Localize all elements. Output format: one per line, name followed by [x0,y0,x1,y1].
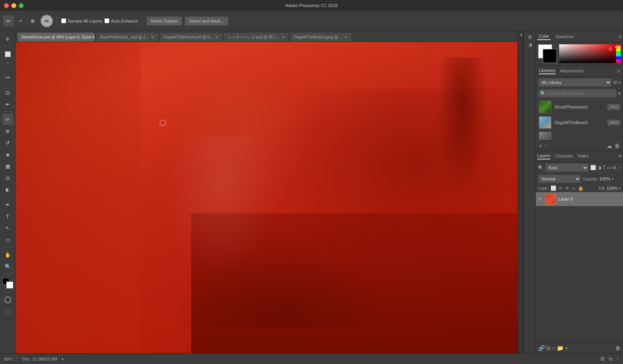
type-tool-btn[interactable]: T [2,211,13,222]
brush-tool-left-btn[interactable]: ✏ [2,114,13,125]
lock-pixels-btn[interactable]: ⬜ [551,186,556,191]
crop-btn[interactable]: ⊡ [2,87,13,98]
blur-btn[interactable]: ◎ [2,172,13,183]
gradient-btn[interactable]: ▦ [2,161,13,172]
library-item-dogs[interactable]: DogsAtTheBeach JPEG [536,115,623,130]
background-color[interactable] [6,282,13,289]
new-layer-btn[interactable]: + [565,345,568,351]
tab-swatches[interactable]: Swatches [554,33,575,40]
layer-effects-btn[interactable]: fx [546,345,551,351]
eraser-btn[interactable]: ◈ [2,149,13,160]
filter-smart-btn[interactable]: ⚙ [612,165,616,170]
quick-select-btn[interactable]: ⚯ [2,72,13,83]
link-layers-btn[interactable]: 🔗 [538,345,545,351]
hand-tool-btn[interactable]: ✋ [2,249,13,260]
shape-tool-btn[interactable]: ▭ [2,234,13,245]
brush-color-preview[interactable]: 45 [40,15,53,27]
marquee-rect-btn[interactable]: ⬜ [2,49,13,60]
library-cloud-btn[interactable]: ☁ [607,143,612,149]
tab-libraries[interactable]: Libraries [539,68,555,74]
layer-row-0[interactable]: 👁 Layer 0 [536,192,623,206]
dodge-btn[interactable]: ◐ [2,184,13,195]
pen-tool-btn[interactable]: ✒ [2,199,13,210]
brush-option1-btn[interactable]: ⚬ [15,16,26,26]
library-select[interactable]: My Library [538,78,612,87]
status-fx-btn[interactable]: fx [609,356,612,362]
color-spectrum[interactable] [559,44,621,63]
blend-mode-select[interactable]: Normal [538,175,581,183]
library-delete-btn[interactable]: 🗑 [614,143,620,149]
tab-channels[interactable]: Channels [555,154,573,159]
history-brush-btn[interactable]: ↺ [2,137,13,148]
delete-layer-btn[interactable]: 🗑 [615,345,621,351]
library-list-view-btn[interactable]: ≡ [618,80,621,85]
layer-visibility-btn-0[interactable]: 👁 [538,196,543,202]
library-search-input[interactable] [538,89,617,98]
tab-layers[interactable]: Layers [537,153,550,159]
layers-filter-toggle-btn[interactable]: ○ [618,165,621,170]
eyedropper-btn[interactable]: ✒ [2,99,13,110]
maximize-button[interactable] [19,3,24,8]
path-select-btn[interactable]: ↖ [2,222,13,233]
library-item-extra[interactable] [536,130,623,141]
new-group-btn[interactable]: 📁 [557,345,563,351]
tab-lesserpanda[interactable]: レッサーパンダ.psd @ 66.7... ✕ [224,32,289,42]
tab-dogsatbeach-jpeg[interactable]: DogsAtTheBeach.jpeg @ ... ✕ [290,32,352,42]
auto-enhance-checkbox[interactable]: Auto-Enhance [104,18,138,23]
library-item-shrub[interactable]: ShrubPhotoshoot JPEG [536,99,623,115]
quick-mask-btn[interactable] [2,294,13,305]
select-subject-button[interactable]: Select Subject [146,16,182,26]
lock-all-btn[interactable]: 🔒 [578,186,584,191]
brush-tool-btn[interactable]: ✏ [3,16,14,26]
layers-menu-btn[interactable]: ≡ [618,153,621,159]
lasso-btn[interactable]: ⌒ [2,60,13,71]
zoom-tool-btn[interactable]: 🔍 [2,261,13,272]
lock-paint-btn[interactable]: ✏ [559,186,563,191]
library-view-buttons: ⊞ ≡ [613,80,621,85]
status-arrange-btn[interactable]: ⊞ [600,356,605,362]
close-button[interactable] [4,3,9,8]
canvas[interactable] [16,42,517,353]
sample-all-layers-checkbox[interactable]: Sample All Layers [61,18,102,23]
spectrum-dark-overlay [559,44,616,63]
tab-adjustments[interactable]: Adjustments [560,68,584,74]
color-panel-menu-btn[interactable]: ≡ [619,34,621,39]
filter-adjust-btn[interactable]: ◑ [597,165,601,170]
filter-shape-btn[interactable]: ▭ [607,165,611,170]
move-tool-btn[interactable]: ✛ [2,33,13,44]
layers-kind-select[interactable]: Kind [545,163,589,172]
panel-collapse-btn[interactable]: ◀ [519,33,522,37]
libraries-menu-btn[interactable]: ≡ [617,68,620,74]
hue-slider[interactable] [616,44,621,63]
lock-artboard-btn[interactable]: ▭ [571,186,575,191]
tab-close-1[interactable]: ✕ [151,35,154,39]
color-preview-box[interactable] [538,44,557,63]
clone-stamp-btn[interactable]: ⊛ [2,126,13,136]
tab-close-3[interactable]: ✕ [282,35,285,39]
filter-pixel-btn[interactable]: ⬜ [590,165,596,170]
doc-info-arrow[interactable]: ▸ [62,357,64,361]
select-and-mask-button[interactable]: Select and Mask... [185,16,229,26]
library-add-btn[interactable]: + [539,143,542,149]
add-mask-btn[interactable]: ○ [552,345,555,351]
adjustments-mini-btn[interactable]: ◑ [528,42,532,47]
tab-color[interactable]: Color [537,33,551,40]
filter-type-btn[interactable]: T [602,165,605,170]
library-grid-view-btn[interactable]: ⊞ [613,80,617,85]
tab-paths[interactable]: Paths [578,154,589,159]
tab-close-4[interactable]: ✕ [345,35,348,39]
brush-option2-btn[interactable]: ⊕ [27,16,38,26]
screen-mode-btn[interactable]: ⬛ [2,306,13,317]
library-expand-btn[interactable]: ▾ [618,91,621,96]
background-swatch[interactable] [543,49,557,63]
properties-btn[interactable]: ⊞ [528,34,532,40]
minimize-button[interactable] [11,3,16,8]
tab-dogsatbeach[interactable]: DogsAtTheBeach.psd @ 5... ✕ [159,32,223,42]
status-share-btn[interactable]: ↑ [617,356,619,362]
color-boxes[interactable] [2,278,13,289]
tab-close-2[interactable]: ✕ [215,35,218,39]
tab-beachvolleyball[interactable]: BeachVolleyball_.psd @ 1... ✕ [96,32,158,42]
lock-move-btn[interactable]: ✛ [565,186,569,191]
tab-streetscene[interactable]: StreetScene.psd @ 90% (Layer 0, Quick Ma… [17,32,95,42]
library-upload-btn[interactable]: ↑ [544,143,547,149]
